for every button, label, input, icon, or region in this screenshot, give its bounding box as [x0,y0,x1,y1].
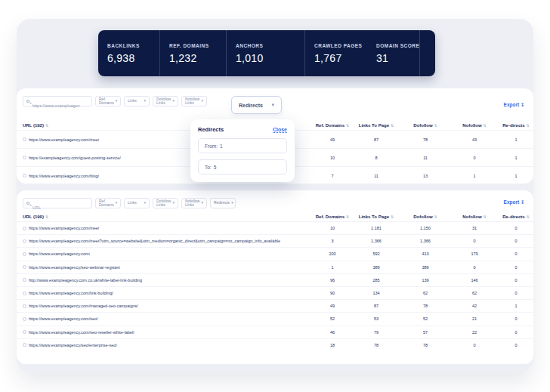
url-link[interactable]: https://www.exampleagency/seo-webinar-re… [29,265,120,270]
dofollow-cell: 1,150 [400,226,450,230]
url-search-input[interactable] [23,101,91,110]
links-to-page-cell: 8 [352,156,400,160]
filter-dropdown[interactable]: Dofollow Links [153,96,178,106]
dofollow-header[interactable]: Dofollow⇅ [400,215,450,219]
filter-dropdown-label: Ref. Domains [99,199,114,208]
stat-label: DOMAIN SCORE [376,43,419,48]
dofollow-cell: 11 [400,156,450,160]
links-to-page-header[interactable]: Links To Page⇅ [352,123,400,128]
dofollow-header[interactable]: Dofollow⇅ [400,123,450,128]
popup-header: Redirects Close [198,126,287,133]
ref-domains-cell: 49 [313,304,352,308]
url-column-header[interactable]: URL (190)⇅ [17,215,313,219]
ref-domains-cell: 49 [313,137,352,142]
stat-cell: DOMAIN SCORE 31 [367,30,420,76]
links-to-page-cell: 1,366 [352,239,400,243]
url-link[interactable]: https://www.exampleagency.com/link-build… [29,291,113,295]
sort-icon: ⇅ [391,215,394,219]
filter-dropdown[interactable]: Dofollow Links [153,198,178,208]
filter-dropdown-label: Nofollow Links [185,97,199,106]
filter-dropdown[interactable]: Links [124,198,150,208]
popup-close-button[interactable]: Close [273,127,287,133]
stat-cell: CRAWLED PAGES 1,767 [305,30,367,76]
search-icon [26,202,29,205]
external-link-icon [23,137,26,141]
table-header-2: URL (190)⇅ Ref. Domains⇅ Links To Page⇅ … [17,211,533,221]
nofollow-cell: 0 [450,343,499,347]
redirects-cell: 0 [499,343,533,347]
stat-value: 6,938 [107,52,159,64]
ref-domains-cell: 7 [313,174,352,178]
nofollow-cell: 0 [450,239,499,243]
url-cell: https://www.exampleagency.com/meet [17,226,313,230]
nofollow-cell: 22 [450,330,499,335]
redirects-dropdown-button[interactable]: Redirects ▾ [231,96,282,114]
links-to-page-cell: 285 [352,278,400,282]
stats-bar: BACKLINKS 6,938 REF. DOMAINS 1,232 ANCHO… [98,30,435,76]
sort-icon: ⇅ [484,215,487,219]
table-row: https://www.exampleagency.com/meet?utm_s… [17,234,533,247]
to-label: To: [205,165,212,170]
filter-dropdown[interactable]: Nofollow Links [181,96,207,106]
external-link-icon [23,292,26,295]
redirects-cell: 1 [499,304,533,308]
redirects-cell: 0 [499,291,533,295]
dofollow-cell: 139 [400,278,450,282]
sort-icon: ⇅ [484,123,487,128]
ref-domains-cell: 1 [313,265,352,270]
url-link[interactable]: https://www.exampleagency.com/seo-resell… [29,330,134,335]
url-link[interactable]: https://www.exampleagency.com/managed-se… [29,304,138,308]
dofollow-cell: 389 [400,265,450,270]
url-link[interactable]: https://www.exampleagency.com/meet [29,226,99,230]
filter-dropdown[interactable]: Nofollow Links [181,198,207,208]
from-value: 1 [220,144,223,149]
redirects-to-input[interactable]: To: 5 [198,159,287,174]
redirects-header[interactable]: Re-directs⇅ [499,123,533,128]
url-link[interactable]: https://www.exampleagency.com/meet?utm_s… [29,239,280,243]
dofollow-cell: 62 [400,291,450,295]
ref-domains-cell: 18 [313,343,352,347]
filter-dropdown[interactable]: Ref. Domains [95,96,121,106]
export-download-icon: ↧ [521,103,524,107]
export-download-icon: ↧ [521,200,524,205]
links-to-page-cell: 11 [352,174,400,178]
redirects-cell: 0 [499,330,533,335]
url-link[interactable]: https://www.exampleagency/seo/enterprise… [29,343,117,347]
ref-domains-header[interactable]: Ref. Domains⇅ [313,215,352,219]
table-row: https://www.exampleagency.com/link-build… [17,286,533,299]
url-link[interactable]: https://www.exampleagency.com/seo/ [29,316,98,321]
url-link[interactable]: https://www.exampleagency.com/blog/ [29,174,99,178]
filter-dropdown[interactable]: Ref. Domains [95,198,121,208]
url-link[interactable]: https://www.exampleagency.com/ [29,252,90,256]
url-link[interactable]: https://exampleagency.com/guest-posting-… [29,156,121,160]
sort-icon: ⇅ [527,215,530,219]
links-to-page-header[interactable]: Links To Page⇅ [352,215,400,219]
redirects-from-input[interactable]: From: 1 [198,138,287,153]
main-card: BACKLINKS 6,938 REF. DOMAINS 1,232 ANCHO… [17,19,533,372]
all-urls-table-panel: Ref. Domains Links Dofollow Links Nofoll… [17,190,533,364]
links-to-page-cell: 87 [352,304,400,308]
url-link[interactable]: http://www.exampleagency.com.co.uk/white… [29,278,142,282]
nofollow-header[interactable]: Nofollow⇅ [450,215,499,219]
filter-dropdown[interactable]: Redirects [210,198,236,208]
redirects-filter-popup: Redirects Close From: 1 To: 5 [190,119,295,182]
ref-domains-cell: 52 [313,316,352,321]
redirects-cell: 0 [499,265,533,270]
redirects-header[interactable]: Re-directs⇅ [499,215,533,219]
table-row: https://www.exampleagency.com/managed-se… [17,299,533,312]
stat-label: CRAWLED PAGES [314,43,367,48]
dofollow-cell: 78 [400,343,450,347]
nofollow-cell: 179 [450,252,499,256]
redirects-cell: 0 [499,239,533,243]
nofollow-header[interactable]: Nofollow⇅ [450,123,499,128]
url-search-box-2 [23,198,92,208]
table-row: https://www.exampleagency/seo-webinar-re… [17,261,533,273]
ref-domains-header[interactable]: Ref. Domains⇅ [313,123,352,128]
filter-dropdown[interactable]: Links [124,96,150,106]
export-link-2[interactable]: Export ↧ [504,199,524,205]
url-link[interactable]: https://www.exampleagency.com/meet [29,137,99,142]
external-link-icon [23,278,26,282]
external-link-icon [23,330,26,334]
export-label: Export [504,102,520,107]
export-link-1[interactable]: Export ↧ [504,102,524,107]
